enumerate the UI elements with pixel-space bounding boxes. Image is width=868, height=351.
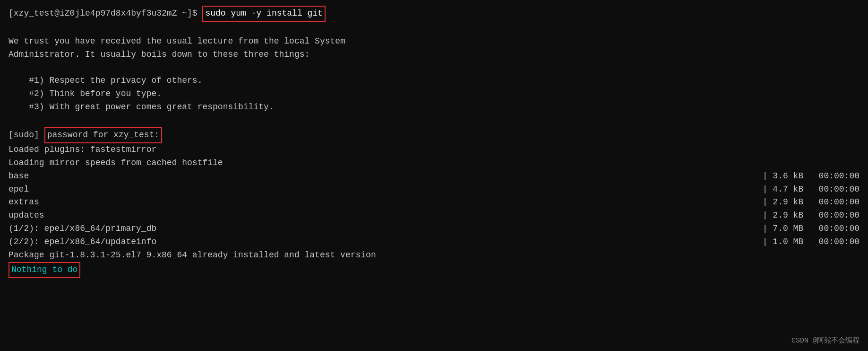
repo-epel-primary-line: (1/2): epel/x86_64/primary_db | 7.0 MB 0… [9,222,859,236]
terminal-content: [xzy_test@iZ0jle4p97d8x4byf3u32mZ ~]$ su… [9,6,859,278]
repo-extras-name: extras [9,196,39,209]
rule3: #3) With great power comes great respons… [9,101,859,114]
watermark: CSDN @阿熊不会编程 [791,335,859,346]
repo-epel-primary-info: | 7.0 MB 00:00:00 [763,222,859,236]
repo-epel-updateinfo-name: (2/2): epel/x86_64/updateinfo [9,236,156,249]
repo-updates-name: updates [9,209,44,222]
sudo-prefix: [sudo] [9,129,44,142]
command-box: sudo yum -y install git [202,6,325,22]
nothing-to-do-line: Nothing to do [9,262,859,278]
repo-updates-line: updates | 2.9 kB 00:00:00 [9,209,859,222]
repo-epel-name: epel [9,183,29,196]
repo-epel-primary-name: (1/2): epel/x86_64/primary_db [9,222,156,236]
repo-extras-line: extras | 2.9 kB 00:00:00 [9,196,859,209]
repo-epel-updateinfo-info: | 1.0 MB 00:00:00 [763,236,859,249]
sudo-password-box: password for xzy_test: [44,127,163,143]
rule1: #1) Respect the privacy of others. [9,74,859,88]
sudo-password-line: [sudo] password for xzy_test: [9,127,859,143]
nothing-to-do-text: Nothing to do [9,262,80,278]
rule2: #2) Think before you type. [9,88,859,101]
blank-line-1 [9,22,859,35]
blank-line-3 [9,114,859,127]
prompt-line: [xzy_test@iZ0jle4p97d8x4byf3u32mZ ~]$ su… [9,6,859,22]
loading-mirror: Loading mirror speeds from cached hostfi… [9,157,859,170]
loaded-plugins: Loaded plugins: fastestmirror [9,143,859,157]
repo-updates-info: | 2.9 kB 00:00:00 [763,209,859,222]
repo-base-line: base | 3.6 kB 00:00:00 [9,170,859,183]
package-already-installed: Package git-1.8.3.1-25.el7_9.x86_64 alre… [9,249,859,262]
sudo-message-line1: We trust you have received the usual lec… [9,35,859,48]
repo-base-info: | 3.6 kB 00:00:00 [763,170,859,183]
repo-base-name: base [9,170,29,183]
sudo-message-line2: Administrator. It usually boils down to … [9,48,859,61]
blank-line-2 [9,61,859,75]
repo-epel-info: | 4.7 kB 00:00:00 [763,183,859,196]
repo-epel-updateinfo-line: (2/2): epel/x86_64/updateinfo | 1.0 MB 0… [9,236,859,249]
repo-epel-line: epel | 4.7 kB 00:00:00 [9,183,859,196]
prompt-text: [xzy_test@iZ0jle4p97d8x4byf3u32mZ ~]$ [9,7,202,20]
repo-extras-info: | 2.9 kB 00:00:00 [763,196,859,209]
